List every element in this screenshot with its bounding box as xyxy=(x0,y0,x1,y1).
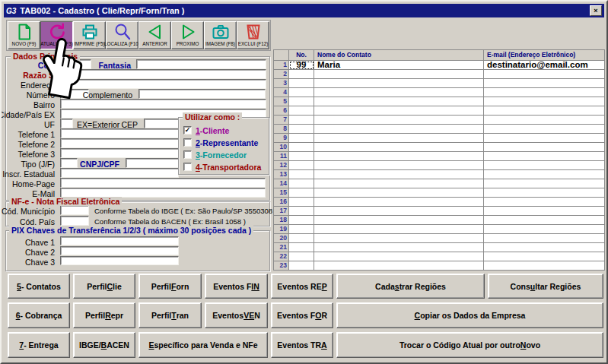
action-trocar-codigo-button[interactable]: Trocar o Código Atual por outro Novo xyxy=(336,332,603,358)
contact-name-cell[interactable] xyxy=(314,225,484,234)
telefone3-input[interactable] xyxy=(60,148,179,158)
toolbar-button-imprime[interactable]: IMPRIME (F5) xyxy=(73,21,106,49)
tipo-jf-input[interactable] xyxy=(60,158,78,168)
row-number-cell[interactable]: 18 xyxy=(274,216,289,225)
contact-no-cell[interactable] xyxy=(289,170,314,179)
contact-no-cell[interactable] xyxy=(289,243,314,252)
action-cobranca-button[interactable]: 6 - Cobrança xyxy=(8,302,70,328)
row-number-cell[interactable]: 19 xyxy=(274,225,289,234)
cod-municipio-input[interactable] xyxy=(60,205,89,215)
telefone2-input[interactable] xyxy=(60,138,179,148)
action-eventos-rep-button[interactable]: Eventos REP xyxy=(271,274,333,299)
complemento-input[interactable] xyxy=(138,89,266,99)
contact-email-cell[interactable]: destinatario@email.com xyxy=(484,61,605,70)
utilizar-option-transportadora[interactable]: 4-Transportadora xyxy=(183,162,261,172)
action-copiar-dados-button[interactable]: Copiar os Dados da Empresa xyxy=(336,302,603,328)
row-number-cell[interactable]: 23 xyxy=(274,261,289,271)
contact-name-cell[interactable] xyxy=(314,161,484,170)
contact-name-cell[interactable] xyxy=(314,252,484,261)
contact-no-cell[interactable] xyxy=(289,225,314,234)
contact-name-cell[interactable] xyxy=(314,261,484,271)
razao-social-input[interactable] xyxy=(78,69,266,79)
checkbox-representante[interactable] xyxy=(183,138,192,147)
contact-email-cell[interactable] xyxy=(484,97,605,106)
contact-no-cell[interactable] xyxy=(289,198,314,207)
contact-name-cell[interactable] xyxy=(314,152,484,161)
contact-email-cell[interactable] xyxy=(484,252,605,261)
utilizar-option-representante[interactable]: 2-Representante xyxy=(183,138,258,147)
contact-email-cell[interactable] xyxy=(484,106,605,116)
contact-name-cell[interactable] xyxy=(314,243,484,252)
contact-no-cell[interactable] xyxy=(289,70,314,79)
contact-email-cell[interactable] xyxy=(484,143,605,152)
contact-no-cell[interactable] xyxy=(289,88,314,97)
cep-input[interactable] xyxy=(144,119,179,128)
contact-no-cell[interactable] xyxy=(289,79,314,88)
utilizar-option-fornecedor[interactable]: 3-Fornecedor xyxy=(183,150,247,160)
checkbox-transportadora[interactable] xyxy=(183,163,192,171)
toolbar-button-proximo[interactable]: PROXIMO xyxy=(171,21,204,49)
home-page-input[interactable] xyxy=(60,178,266,188)
row-number-cell[interactable]: 5 xyxy=(274,97,289,106)
contact-no-cell[interactable] xyxy=(289,234,314,243)
row-number-cell[interactable]: 17 xyxy=(274,207,289,216)
contact-name-cell[interactable]: Maria xyxy=(314,61,484,70)
row-number-cell[interactable]: 4 xyxy=(274,88,289,97)
row-number-cell[interactable]: 2 xyxy=(274,70,289,79)
contact-email-cell[interactable] xyxy=(484,234,605,243)
contact-no-cell[interactable] xyxy=(289,188,314,198)
contact-name-cell[interactable] xyxy=(314,179,484,188)
row-number-cell[interactable]: 1 xyxy=(274,61,289,70)
endereco-input[interactable] xyxy=(60,79,266,89)
contact-no-cell[interactable] xyxy=(289,134,314,143)
contact-no-cell[interactable] xyxy=(289,179,314,188)
contact-email-cell[interactable] xyxy=(484,152,605,161)
chave1-input[interactable] xyxy=(60,236,179,245)
contact-no-cell[interactable] xyxy=(289,106,314,116)
contact-email-cell[interactable] xyxy=(484,134,605,143)
action-perfil-clie-button[interactable]: Perfil Clie xyxy=(73,274,135,299)
bairro-input[interactable] xyxy=(60,99,266,109)
contact-email-cell[interactable] xyxy=(484,88,605,97)
cnpj-cpf-input[interactable] xyxy=(126,158,179,168)
contact-name-cell[interactable] xyxy=(314,106,484,116)
contact-email-cell[interactable] xyxy=(484,207,605,216)
toolbar-button-exclui[interactable]: EXCLUI (F12) xyxy=(237,21,269,49)
contact-name-cell[interactable] xyxy=(314,70,484,79)
toolbar-button-localiza[interactable]: LOCALIZA (F10) xyxy=(106,21,138,49)
contact-email-cell[interactable] xyxy=(484,188,605,198)
contact-name-cell[interactable] xyxy=(314,207,484,216)
contact-no-cell[interactable] xyxy=(289,216,314,225)
contact-name-cell[interactable] xyxy=(314,116,484,125)
row-number-cell[interactable]: 20 xyxy=(274,234,289,243)
action-perfil-forn-button[interactable]: Perfil Forn xyxy=(138,274,202,299)
contact-no-cell[interactable]: 99 xyxy=(289,61,314,70)
action-cadastrar-regioes-button[interactable]: Cadastrar Regiões xyxy=(336,274,485,299)
fantasia-input[interactable] xyxy=(136,59,266,69)
contact-name-cell[interactable] xyxy=(314,188,484,198)
contact-name-cell[interactable] xyxy=(314,88,484,97)
contact-email-cell[interactable] xyxy=(484,198,605,207)
action-eventos-fin-button[interactable]: Eventos FIN xyxy=(205,274,268,299)
contact-no-cell[interactable] xyxy=(289,116,314,125)
contact-name-cell[interactable] xyxy=(314,234,484,243)
contact-email-cell[interactable] xyxy=(484,179,605,188)
toolbar-button-imagem[interactable]: IMAGEM (F8) xyxy=(204,21,237,49)
toolbar-button-atualiza[interactable]: ATUALIZA (F3) xyxy=(40,21,73,49)
contact-email-cell[interactable] xyxy=(484,225,605,234)
row-number-cell[interactable]: 13 xyxy=(274,170,289,179)
contact-email-cell[interactable] xyxy=(484,261,605,271)
contact-name-cell[interactable] xyxy=(314,216,484,225)
row-number-cell[interactable]: 12 xyxy=(274,161,289,170)
row-number-cell[interactable]: 11 xyxy=(274,152,289,161)
contact-name-cell[interactable] xyxy=(314,143,484,152)
contact-name-cell[interactable] xyxy=(314,79,484,88)
action-entrega-button[interactable]: 7 - Entrega xyxy=(8,332,70,358)
row-number-cell[interactable]: 9 xyxy=(274,134,289,143)
action-perfil-repr-button[interactable]: Perfil Repr xyxy=(73,302,135,328)
contact-no-cell[interactable] xyxy=(289,161,314,170)
action-especifico-venda-nfe-button[interactable]: Específico para Venda e NFe xyxy=(138,332,268,358)
row-number-cell[interactable]: 6 xyxy=(274,106,289,116)
row-number-cell[interactable]: 16 xyxy=(274,198,289,207)
contact-no-cell[interactable] xyxy=(289,207,314,216)
